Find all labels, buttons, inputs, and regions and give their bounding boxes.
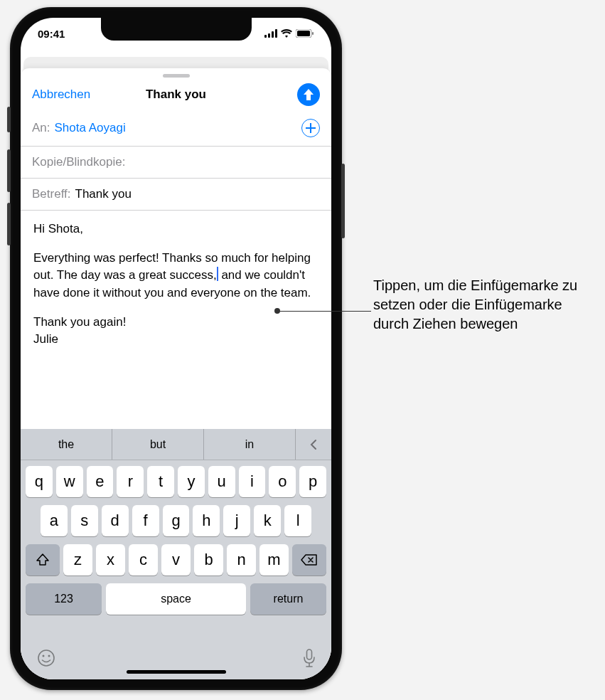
add-contact-button[interactable] — [301, 119, 320, 137]
key-e[interactable]: e — [87, 466, 114, 497]
cc-bcc-field[interactable]: Kopie/Blindkopie: — [21, 147, 331, 179]
callout-leader-line — [277, 311, 371, 312]
body-paragraph: Everything was perfect! Thanks so much f… — [33, 250, 318, 302]
svg-point-8 — [43, 655, 45, 657]
phone-frame: 09:41 Abbrechen Thank you — [10, 7, 342, 690]
chevron-left-icon — [309, 439, 318, 450]
shift-icon — [36, 553, 50, 566]
body-closing: Thank you again! — [33, 314, 318, 332]
svg-rect-1 — [268, 33, 270, 38]
send-button[interactable] — [297, 83, 320, 106]
svg-rect-3 — [275, 29, 277, 38]
delete-key[interactable] — [292, 544, 326, 576]
to-label: An: — [32, 121, 50, 135]
subject-value: Thank you — [75, 187, 132, 201]
volume-up-hw — [7, 149, 11, 192]
callout-text: Tippen, um die Einfügemarke zu setzen od… — [373, 276, 587, 334]
key-row-4: 123 space return — [23, 583, 328, 615]
key-f[interactable]: f — [132, 505, 159, 536]
key-m[interactable]: m — [259, 544, 289, 576]
microphone-icon — [303, 648, 316, 668]
cellular-icon — [264, 29, 277, 38]
return-key[interactable]: return — [250, 583, 326, 615]
number-mode-key[interactable]: 123 — [26, 583, 102, 615]
compose-header: Abbrechen Thank you — [21, 79, 331, 110]
prediction-1[interactable]: the — [21, 429, 112, 460]
key-y[interactable]: y — [178, 466, 205, 497]
subject-field[interactable]: Betreff: Thank you — [21, 179, 331, 211]
compose-sheet: Abbrechen Thank you An: Shota Aoyagi Kop… — [21, 68, 331, 679]
body-greeting: Hi Shota, — [33, 221, 318, 238]
key-k[interactable]: k — [254, 505, 281, 536]
emoji-icon — [36, 648, 56, 668]
key-a[interactable]: a — [41, 505, 68, 536]
key-d[interactable]: d — [102, 505, 129, 536]
key-n[interactable]: n — [227, 544, 256, 576]
svg-point-7 — [38, 650, 54, 666]
screen: 09:41 Abbrechen Thank you — [21, 18, 331, 679]
key-i[interactable]: i — [239, 466, 266, 497]
key-c[interactable]: c — [129, 544, 158, 576]
svg-rect-6 — [312, 32, 314, 35]
key-q[interactable]: q — [26, 466, 53, 497]
key-row-3: z x c v b n m — [23, 544, 328, 576]
arrow-up-icon — [303, 88, 314, 101]
to-recipient[interactable]: Shota Aoyagi — [55, 121, 126, 135]
key-b[interactable]: b — [194, 544, 223, 576]
wifi-icon — [281, 29, 292, 38]
space-key[interactable]: space — [106, 583, 246, 615]
svg-rect-0 — [264, 35, 267, 38]
plus-icon — [306, 123, 316, 133]
key-s[interactable]: s — [71, 505, 98, 536]
prediction-3[interactable]: in — [204, 429, 296, 460]
status-time: 09:41 — [38, 28, 65, 40]
emoji-key[interactable] — [36, 648, 56, 671]
subject-label: Betreff: — [32, 187, 71, 201]
prediction-2[interactable]: but — [112, 429, 204, 460]
cancel-button[interactable]: Abbrechen — [32, 88, 90, 102]
key-w[interactable]: w — [56, 466, 83, 497]
key-x[interactable]: x — [96, 544, 125, 576]
svg-rect-5 — [297, 31, 310, 36]
sheet-grabber[interactable] — [163, 74, 190, 78]
keyboard: the but in q w e r t y u — [21, 429, 331, 679]
svg-rect-2 — [272, 31, 274, 38]
battery-icon — [296, 29, 314, 38]
volume-down-hw — [7, 203, 11, 245]
body-signature: Julie — [33, 331, 318, 349]
home-indicator[interactable] — [127, 670, 226, 674]
key-v[interactable]: v — [161, 544, 191, 576]
backspace-icon — [301, 553, 318, 566]
key-j[interactable]: j — [223, 505, 250, 536]
key-h[interactable]: h — [193, 505, 220, 536]
svg-point-9 — [48, 655, 50, 657]
to-field[interactable]: An: Shota Aoyagi — [21, 110, 331, 147]
key-g[interactable]: g — [163, 505, 190, 536]
key-t[interactable]: t — [147, 466, 174, 497]
prediction-collapse[interactable] — [296, 429, 331, 460]
key-row-2: a s d f g h j k l — [23, 505, 328, 536]
key-u[interactable]: u — [208, 466, 235, 497]
shift-key[interactable] — [26, 544, 60, 576]
cc-bcc-label: Kopie/Blindkopie: — [32, 155, 125, 169]
key-o[interactable]: o — [269, 466, 296, 497]
power-button-hw — [341, 164, 345, 238]
status-icons — [264, 29, 314, 38]
svg-rect-10 — [307, 649, 312, 659]
key-p[interactable]: p — [299, 466, 326, 497]
prediction-bar: the but in — [21, 429, 331, 460]
key-r[interactable]: r — [117, 466, 144, 497]
key-l[interactable]: l — [284, 505, 311, 536]
mute-switch-hw — [7, 107, 11, 132]
key-z[interactable]: z — [63, 544, 92, 576]
notch — [101, 18, 252, 41]
key-row-1: q w e r t y u i o p — [23, 466, 328, 497]
key-rows: q w e r t y u i o p a s d — [21, 460, 331, 638]
dictation-key[interactable] — [303, 648, 316, 671]
